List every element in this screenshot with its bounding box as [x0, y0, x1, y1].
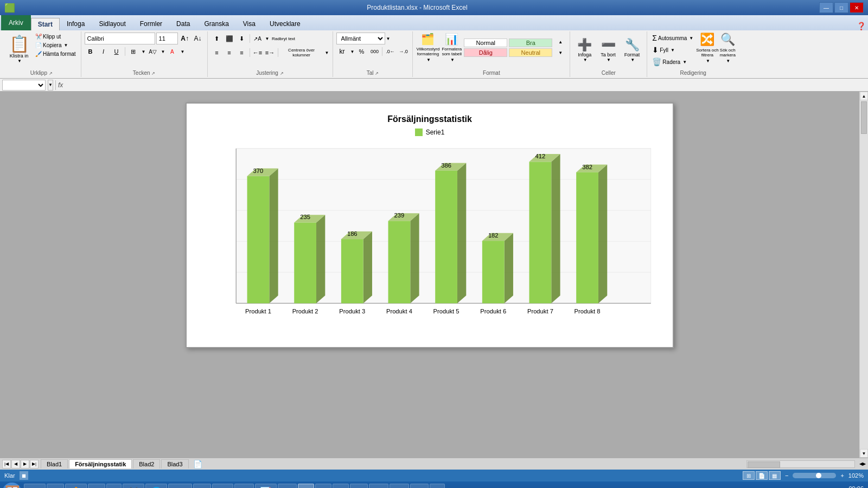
- close-button[interactable]: ✕: [850, 2, 864, 13]
- autosum-button[interactable]: Σ Autosumma ▼: [650, 33, 695, 43]
- find-select-button[interactable]: 🔍 Sök ochmarkera ▼: [720, 33, 736, 63]
- align-middle-button[interactable]: ⬛: [224, 33, 235, 44]
- rotate-dropdown[interactable]: ▼: [265, 36, 270, 41]
- name-box[interactable]: [2, 80, 46, 91]
- taskbar-item-flash[interactable]: Fl: [193, 484, 211, 488]
- taskbar-item-ps[interactable]: Ps: [212, 484, 233, 488]
- normal-view-button[interactable]: ⊞: [743, 471, 755, 480]
- tab-forsaljningsstatik[interactable]: Försäljningsstatik: [69, 459, 132, 468]
- taskbar-item-cloud[interactable]: ☁: [369, 484, 388, 488]
- tab-data[interactable]: Data: [169, 17, 197, 30]
- merge-dropdown[interactable]: ▼: [325, 50, 329, 55]
- increase-indent-button[interactable]: ≡→: [264, 47, 276, 59]
- taskbar-item-more[interactable]: »: [430, 484, 445, 488]
- style-neutral-cell[interactable]: Neutral: [509, 48, 552, 57]
- prev-sheet-button[interactable]: ◀: [11, 460, 20, 468]
- taskbar-item-drive[interactable]: ▲: [390, 484, 409, 488]
- tab-blad1[interactable]: Blad1: [41, 459, 68, 468]
- decrease-indent-button[interactable]: ←≡: [252, 47, 264, 59]
- paste-button[interactable]: 📋 Klistra in ▼: [5, 33, 33, 65]
- horizontal-scrollbar[interactable]: [746, 460, 855, 468]
- sort-filter-button[interactable]: 🔀 Sortera ochfiltrera ▼: [696, 33, 718, 63]
- merge-button[interactable]: Centrera över kolumner: [280, 47, 323, 59]
- taskbar-item-media[interactable]: ▶: [47, 484, 64, 488]
- align-center-button[interactable]: ≡: [224, 47, 235, 59]
- zoom-plus-icon[interactable]: +: [840, 472, 844, 479]
- tab-formler[interactable]: Formler: [133, 17, 169, 30]
- zoom-slider-thumb[interactable]: [816, 473, 821, 478]
- percent-button[interactable]: %: [355, 46, 367, 57]
- increase-decimal-button[interactable]: .0←: [384, 46, 396, 57]
- page-layout-button[interactable]: 📄: [756, 471, 768, 480]
- style-dalig-cell[interactable]: Dålig: [464, 48, 507, 57]
- taskbar-item-excel[interactable]: X: [298, 484, 314, 488]
- border-dropdown[interactable]: ▼: [142, 49, 146, 54]
- taskbar-item-filemanager[interactable]: 📁: [24, 484, 46, 488]
- delete-dropdown[interactable]: ▼: [607, 57, 611, 62]
- right-arrow-scroll[interactable]: ▶: [863, 461, 866, 466]
- scrollbar-thumb[interactable]: [861, 101, 867, 134]
- number-format-select[interactable]: Allmänt: [336, 33, 385, 44]
- taskbar-item-word[interactable]: W: [278, 484, 297, 488]
- styles-scroll-down[interactable]: ▼: [554, 48, 566, 59]
- taskbar-item-opera[interactable]: O: [88, 484, 105, 488]
- number-format-dropdown[interactable]: ▼: [386, 36, 391, 41]
- taskbar-item-vlc[interactable]: 🔶: [65, 484, 87, 488]
- tab-utvecklare[interactable]: Utvecklare: [263, 17, 308, 30]
- font-size-increase-button[interactable]: A↑: [179, 33, 191, 44]
- scroll-down-button[interactable]: ▼: [860, 449, 868, 458]
- formula-input[interactable]: [65, 81, 866, 89]
- tab-visa[interactable]: Visa: [236, 17, 263, 30]
- maximize-button[interactable]: □: [834, 2, 848, 13]
- help-icon[interactable]: ❓: [857, 22, 866, 30]
- taskbar-item-access[interactable]: A: [315, 484, 331, 488]
- align-top-button[interactable]: ⬆: [211, 33, 223, 44]
- wrap-text-button[interactable]: Radbryt text: [270, 33, 297, 44]
- font-name-input[interactable]: [85, 33, 155, 44]
- currency-dropdown[interactable]: ▼: [350, 49, 355, 54]
- fill-button[interactable]: ⬇ Fyll ▼: [650, 44, 695, 55]
- bar-produkt8[interactable]: 382: [576, 164, 607, 304]
- insert-dropdown[interactable]: ▼: [583, 57, 588, 62]
- tab-infoga[interactable]: Infoga: [60, 17, 92, 30]
- zoom-minus-icon[interactable]: −: [785, 472, 788, 479]
- insert-button[interactable]: ➕ Infoga ▼: [573, 33, 596, 67]
- tab-blad3[interactable]: Blad3: [161, 459, 188, 468]
- chart-container[interactable]: Försäljningsstatistik Serie1: [186, 102, 674, 348]
- vertical-scrollbar[interactable]: ▲ ▼: [859, 92, 868, 458]
- format-as-table-button[interactable]: 📊 Formaterasom tabell ▼: [442, 33, 462, 62]
- fill-color-button[interactable]: A▽: [147, 46, 159, 57]
- decrease-decimal-button[interactable]: →.0: [397, 46, 409, 57]
- cut-button[interactable]: ✂️ Klipp ut: [34, 33, 78, 41]
- taskbar-item-firefox[interactable]: 🦊: [123, 484, 144, 488]
- bar-produkt6[interactable]: 182: [482, 232, 513, 303]
- scroll-up-button[interactable]: ▲: [860, 92, 868, 100]
- copy-button[interactable]: 📄 Kopiera ▼: [34, 41, 78, 49]
- taskbar-item-chrome[interactable]: 🌐: [145, 484, 167, 488]
- taskbar-item-ie[interactable]: e: [106, 484, 122, 488]
- bar-produkt4[interactable]: 239: [388, 212, 419, 303]
- bar-produkt5[interactable]: 386: [435, 162, 466, 304]
- align-left-button[interactable]: ≡: [211, 47, 223, 59]
- border-button[interactable]: ⊞: [127, 46, 139, 57]
- conditional-formatting-button[interactable]: 🗂️ Villkorsstyrdformatering ▼: [416, 33, 439, 62]
- copy-dropdown[interactable]: ▼: [63, 43, 68, 48]
- taskbar-item-notepad[interactable]: 📝: [255, 484, 277, 488]
- h-scrollbar-thumb[interactable]: [748, 461, 780, 468]
- tab-granska[interactable]: Granska: [197, 17, 235, 30]
- format-painter-button[interactable]: 🖌️ Hämta format: [34, 50, 78, 58]
- last-sheet-button[interactable]: ▶|: [30, 460, 39, 468]
- rotate-text-button[interactable]: ↗A: [252, 33, 264, 44]
- font-size-input[interactable]: [156, 33, 178, 44]
- minimize-button[interactable]: —: [819, 2, 833, 13]
- style-normal-cell[interactable]: Normal: [464, 38, 507, 47]
- font-size-decrease-button[interactable]: A↓: [192, 33, 204, 44]
- name-box-dropdown[interactable]: ▼: [48, 80, 53, 91]
- font-color-dropdown[interactable]: ▼: [180, 49, 184, 54]
- style-bra-cell[interactable]: Bra: [509, 38, 552, 47]
- currency-button[interactable]: kr: [336, 46, 348, 57]
- taskbar-item-ppt[interactable]: P: [333, 484, 349, 488]
- font-color-button[interactable]: A: [166, 46, 178, 57]
- first-sheet-button[interactable]: |◀: [2, 460, 11, 468]
- bar-produkt3[interactable]: 186: [341, 230, 372, 303]
